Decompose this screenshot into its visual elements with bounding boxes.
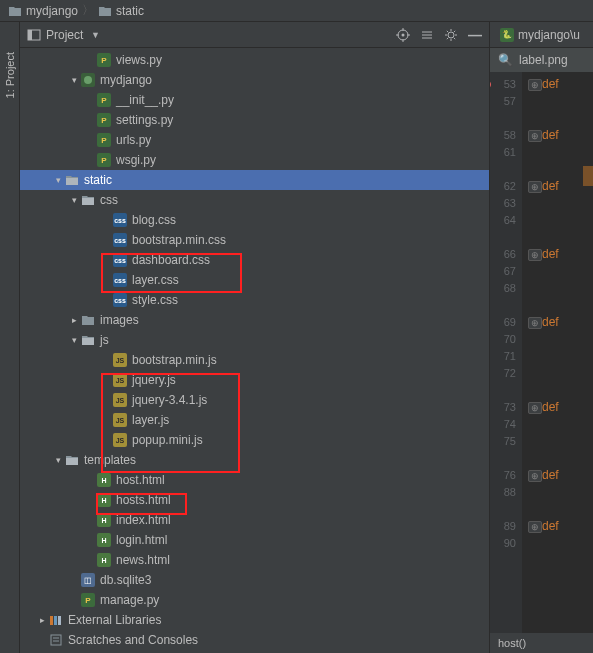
expand-arrow-icon[interactable]: ▾ (68, 195, 80, 205)
line-number[interactable]: 88 (490, 484, 516, 501)
code-line[interactable]: ⊕def (528, 518, 593, 535)
tree-file[interactable]: cssblog.css (20, 210, 489, 230)
tree-file[interactable]: JSjquery-3.4.1.js (20, 390, 489, 410)
project-tree[interactable]: Pviews.py▾mydjangoP__init__.pyPsettings.… (20, 48, 489, 653)
dropdown-arrow-icon[interactable]: ▼ (87, 27, 103, 43)
tree-file[interactable]: cssbootstrap.min.css (20, 230, 489, 250)
line-number[interactable]: 64 (490, 212, 516, 229)
code-line[interactable] (528, 110, 593, 127)
collapse-all-icon[interactable] (419, 27, 435, 43)
code-line[interactable] (528, 501, 593, 518)
line-number[interactable] (490, 161, 516, 178)
code-line[interactable]: ⊕def (528, 314, 593, 331)
tree-folder[interactable]: Scratches and Consoles (20, 630, 489, 650)
expand-arrow-icon[interactable]: ▾ (52, 175, 64, 185)
line-number[interactable] (490, 501, 516, 518)
tool-tab-project[interactable]: 1: Project (4, 52, 16, 98)
line-number[interactable]: 73 (490, 399, 516, 416)
gear-icon[interactable] (443, 27, 459, 43)
find-input[interactable] (519, 53, 585, 67)
tree-file[interactable]: Pwsgi.py (20, 150, 489, 170)
tree-folder[interactable]: ▾css (20, 190, 489, 210)
code-line[interactable] (528, 365, 593, 382)
code-line[interactable] (528, 348, 593, 365)
tree-file[interactable]: csslayer.css (20, 270, 489, 290)
expand-arrow-icon[interactable]: ▾ (52, 455, 64, 465)
line-number[interactable]: 63 (490, 195, 516, 212)
expand-arrow-icon[interactable]: ▸ (68, 315, 80, 325)
expand-arrow-icon[interactable]: ▾ (68, 75, 80, 85)
line-number[interactable]: 74 (490, 416, 516, 433)
tree-file[interactable]: cssdashboard.css (20, 250, 489, 270)
tree-file[interactable]: Pmanage.py (20, 590, 489, 610)
tool-window-stripe[interactable]: 1: Project (0, 22, 20, 653)
code-line[interactable] (528, 229, 593, 246)
code-line[interactable]: ⊕def (528, 399, 593, 416)
line-number[interactable]: 58 (490, 127, 516, 144)
tree-file[interactable]: Hlogin.html (20, 530, 489, 550)
code-line[interactable] (528, 212, 593, 229)
tree-file[interactable]: JSpopup.mini.js (20, 430, 489, 450)
tree-folder[interactable]: ▾templates (20, 450, 489, 470)
code-line[interactable] (528, 484, 593, 501)
line-number[interactable] (490, 450, 516, 467)
tree-file[interactable]: Hindex.html (20, 510, 489, 530)
tree-file[interactable]: cssstyle.css (20, 290, 489, 310)
code-line[interactable] (528, 144, 593, 161)
tree-file[interactable]: JSbootstrap.min.js (20, 350, 489, 370)
tree-file[interactable]: Purls.py (20, 130, 489, 150)
tree-folder[interactable]: ▸images (20, 310, 489, 330)
code-line[interactable] (528, 535, 593, 552)
code-line[interactable] (528, 280, 593, 297)
code-line[interactable] (528, 450, 593, 467)
tree-file[interactable]: Hhosts.html (20, 490, 489, 510)
line-number[interactable]: 62 (490, 178, 516, 195)
line-number[interactable] (490, 382, 516, 399)
editor-code[interactable]: ⊕def ⊕def ⊕def ⊕def ⊕def ⊕def ⊕def ⊕def (522, 72, 593, 653)
tree-file[interactable]: JSjquery.js (20, 370, 489, 390)
line-number[interactable]: 75 (490, 433, 516, 450)
line-number[interactable]: 89 (490, 518, 516, 535)
tree-folder[interactable]: ▾js (20, 330, 489, 350)
line-number[interactable] (490, 110, 516, 127)
line-number[interactable]: 71 (490, 348, 516, 365)
find-bar[interactable]: 🔍 (490, 48, 593, 72)
code-line[interactable]: ⊕def (528, 467, 593, 484)
breadcrumb-project[interactable]: mydjango (26, 4, 78, 18)
tree-file[interactable]: P__init__.py (20, 90, 489, 110)
breadcrumb-folder[interactable]: static (116, 4, 144, 18)
code-line[interactable] (528, 433, 593, 450)
tree-file[interactable]: Hhost.html (20, 470, 489, 490)
locate-icon[interactable] (395, 27, 411, 43)
code-line[interactable] (528, 93, 593, 110)
line-number[interactable]: 69 (490, 314, 516, 331)
tree-folder[interactable]: ▾mydjango (20, 70, 489, 90)
tree-folder[interactable]: ▾static (20, 170, 489, 190)
code-line[interactable] (528, 331, 593, 348)
code-line[interactable] (528, 263, 593, 280)
tree-file[interactable]: Hnews.html (20, 550, 489, 570)
code-line[interactable] (528, 382, 593, 399)
code-line[interactable]: ⊕def (528, 76, 593, 93)
tree-file[interactable]: JSlayer.js (20, 410, 489, 430)
editor-tabs[interactable]: 🐍 mydjango\u (490, 22, 593, 48)
line-number[interactable]: 66 (490, 246, 516, 263)
breadcrumb[interactable]: mydjango 〉 static (0, 0, 593, 22)
line-number[interactable]: 90 (490, 535, 516, 552)
hide-icon[interactable]: — (467, 27, 483, 43)
expand-arrow-icon[interactable]: ▸ (36, 615, 48, 625)
tree-file[interactable]: Psettings.py (20, 110, 489, 130)
breakpoint-icon[interactable] (490, 80, 491, 89)
line-number[interactable]: 72 (490, 365, 516, 382)
line-number[interactable]: 68 (490, 280, 516, 297)
code-line[interactable] (528, 416, 593, 433)
tree-file[interactable]: Pviews.py (20, 50, 489, 70)
code-line[interactable]: ⊕def (528, 246, 593, 263)
line-number[interactable]: 67 (490, 263, 516, 280)
expand-arrow-icon[interactable]: ▾ (68, 335, 80, 345)
code-line[interactable] (528, 297, 593, 314)
tree-folder[interactable]: ▸External Libraries (20, 610, 489, 630)
line-number[interactable]: 61 (490, 144, 516, 161)
line-number[interactable]: 57 (490, 93, 516, 110)
editor-tab[interactable]: 🐍 mydjango\u (496, 28, 584, 42)
